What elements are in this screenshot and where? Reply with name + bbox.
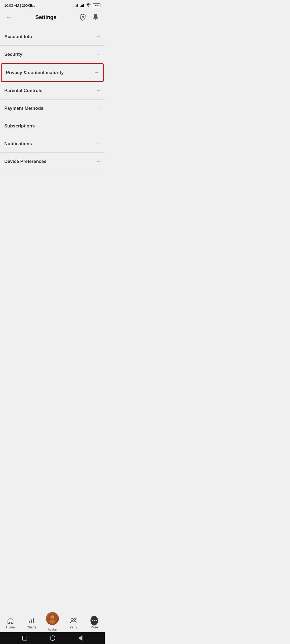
chevron-right-icon: →: [96, 159, 100, 164]
notification-button[interactable]: [91, 12, 100, 22]
svg-point-0: [88, 6, 89, 7]
settings-label-subscriptions: Subscriptions: [4, 123, 35, 129]
settings-label-payment-methods: Payment Methods: [4, 106, 43, 111]
header-icons: [78, 12, 100, 22]
chevron-right-icon: →: [94, 70, 99, 75]
bell-icon: [92, 14, 99, 21]
chevron-right-icon: →: [96, 123, 100, 129]
settings-label-parental-controls: Parental Controls: [4, 88, 42, 93]
settings-item-privacy-content[interactable]: Privacy & content maturity→: [1, 63, 104, 82]
settings-item-device-preferences[interactable]: Device Preferences→: [0, 153, 105, 170]
settings-label-privacy-content: Privacy & content maturity: [6, 70, 64, 75]
settings-item-security[interactable]: Security→: [0, 46, 105, 63]
page-title: Settings: [35, 14, 57, 20]
status-bar: 10:03 AM | 290KB/s 10: [0, 0, 105, 10]
settings-item-payment-methods[interactable]: Payment Methods→: [0, 100, 105, 117]
signal-bars-1: [74, 3, 78, 7]
chevron-right-icon: →: [96, 34, 100, 39]
chevron-right-icon: →: [96, 141, 100, 147]
status-icons: 100: [74, 3, 100, 8]
battery-icon: 100: [93, 3, 100, 7]
chevron-right-icon: →: [96, 52, 100, 57]
back-button[interactable]: ←: [4, 12, 14, 22]
status-time: 10:03 AM | 290KB/s: [4, 3, 35, 8]
settings-item-parental-controls[interactable]: Parental Controls→: [0, 82, 105, 100]
svg-point-2: [82, 17, 83, 18]
settings-label-device-preferences: Device Preferences: [4, 159, 46, 164]
settings-label-notifications: Notifications: [4, 141, 32, 147]
settings-item-notifications[interactable]: Notifications→: [0, 135, 105, 153]
back-arrow-icon: ←: [6, 14, 12, 20]
settings-item-account-info[interactable]: Account Info→: [0, 28, 105, 46]
chevron-right-icon: →: [96, 88, 100, 93]
settings-item-subscriptions[interactable]: Subscriptions→: [0, 117, 105, 135]
settings-label-account-info: Account Info: [4, 34, 32, 39]
shield-button[interactable]: [78, 12, 88, 22]
settings-list: Account Info→Security→Privacy & content …: [0, 28, 105, 170]
wifi-icon: [86, 3, 91, 8]
settings-label-security: Security: [4, 52, 22, 57]
shield-icon: [79, 13, 86, 21]
signal-bars-2: [80, 3, 84, 7]
header: ← Settings: [0, 10, 105, 25]
chevron-right-icon: →: [96, 105, 100, 111]
